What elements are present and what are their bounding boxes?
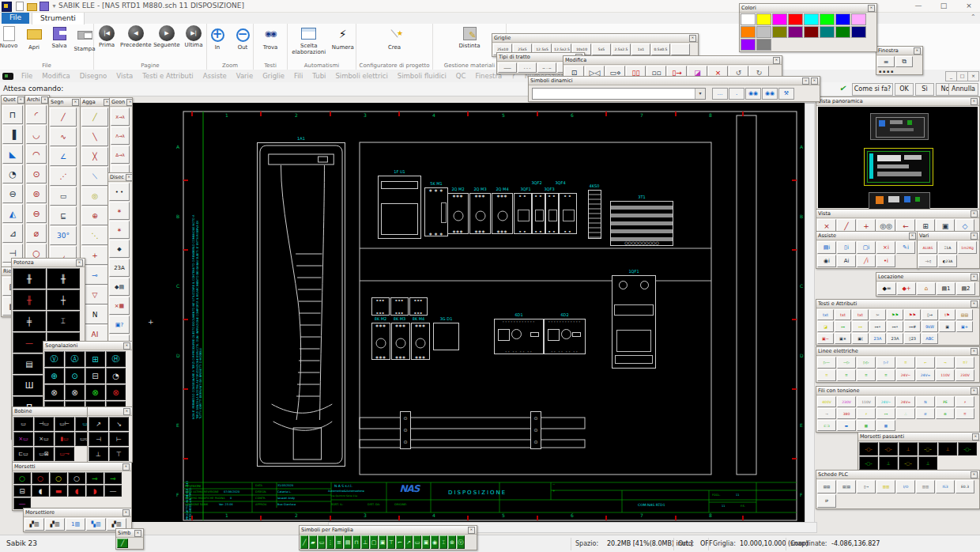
fili-con-tensione-symbol-button[interactable]: 24V~ xyxy=(876,396,895,407)
linee-elettriche-symbol-button[interactable]: —▷ xyxy=(837,357,856,369)
open-folder-quick-icon[interactable] xyxy=(27,3,37,11)
potenza-symbol-button[interactable]: ┼ xyxy=(47,289,80,310)
fili-con-tensione-symbol-button[interactable]: ⚡ xyxy=(857,408,876,419)
page-thumbnail[interactable] xyxy=(870,113,929,140)
palette-title[interactable]: Morsettiere✕ xyxy=(24,509,131,517)
color-swatch[interactable] xyxy=(835,13,850,25)
schede-plc-symbol-button[interactable]: IS3 xyxy=(936,480,955,493)
menu-simboli-elettrici[interactable]: Simboli elettrici xyxy=(335,72,387,80)
component-5k-m1[interactable]: ● ● ●● ● ● xyxy=(424,187,448,236)
color-swatch[interactable] xyxy=(756,39,771,51)
assiste-symbol-button[interactable]: ▢i xyxy=(857,241,876,254)
palette-title[interactable]: Geon✕ xyxy=(110,98,132,107)
famiglia-symbol-button[interactable]: ▤ xyxy=(344,535,352,549)
close-icon[interactable]: ✕ xyxy=(971,210,978,217)
fili-con-tensione-symbol-button[interactable]: 380 xyxy=(837,408,856,419)
component-starter[interactable]: ●●●●●● xyxy=(411,323,430,360)
morsetti-symbol-button[interactable]: ▬ xyxy=(50,485,67,497)
fili-con-tensione-symbol-button[interactable]: 400V xyxy=(817,396,836,407)
segnalazioni-symbol-button[interactable]: ⊗ xyxy=(65,384,85,400)
close-icon[interactable]: ✕ xyxy=(868,5,875,12)
drawing-canvas[interactable]: NAS 1122334455667788AABBCCDDEEFF1A11F U1… xyxy=(132,103,805,522)
close-icon[interactable]: ✕ xyxy=(468,527,475,534)
palette-title[interactable]: ✕ xyxy=(88,407,132,416)
palette-title[interactable]: Schede PLC✕ xyxy=(816,471,979,479)
close-icon[interactable]: ✕ xyxy=(126,174,132,181)
palette-title[interactable]: Potenza✕ xyxy=(12,259,85,267)
vari-symbol-button[interactable]: ⌶1A xyxy=(938,241,957,254)
current-page-thumbnail[interactable] xyxy=(864,148,933,186)
canvas-vertical-scrollbar[interactable] xyxy=(805,103,815,524)
archi-symbol-button[interactable]: ◠ xyxy=(26,145,47,164)
linee-elettriche-symbol-button[interactable]: ≡ xyxy=(837,369,856,381)
yes-button[interactable]: Sì xyxy=(915,83,934,96)
famiglia-symbol-button[interactable]: ╱ xyxy=(300,535,308,549)
close-icon[interactable]: ✕ xyxy=(122,509,130,516)
close-icon[interactable]: ✕ xyxy=(971,98,978,105)
palette-title[interactable]: Morsetti passanti✕ xyxy=(858,433,980,441)
geon-symbol-button[interactable]: Δ→λ xyxy=(111,146,130,164)
howto-button[interactable]: Come si fa? xyxy=(852,83,893,96)
palette-title[interactable]: Assiste✕ xyxy=(816,232,918,240)
disec-symbol-button[interactable]: ∗ xyxy=(109,221,130,239)
testi-attributi-symbol-button[interactable]: txt xyxy=(817,309,834,320)
disec-symbol-button[interactable]: • • xyxy=(109,183,130,201)
locazione-symbol-button[interactable]: ⌂ xyxy=(917,282,936,295)
palette-title[interactable]: Modifica✕ xyxy=(564,56,782,65)
component-6d1[interactable]: ∘∘∘∘∘∘∘∘∘∘∘∘∘∘ ∘∘ ∘∘ ∘∘ xyxy=(494,319,544,354)
close-icon[interactable]: ✕ xyxy=(126,99,132,106)
segnalazioni-symbol-button[interactable]: Ⓗ xyxy=(106,351,126,367)
close-icon[interactable]: ✕ xyxy=(122,463,130,471)
window-arrange-button[interactable]: ≡ xyxy=(877,56,895,67)
component-3qf4[interactable]: ▪ ▪▪ ▪ xyxy=(559,193,577,234)
tratti-symbol-button[interactable]: ─── xyxy=(498,62,517,73)
color-swatch[interactable] xyxy=(756,26,771,38)
disec-symbol-button[interactable]: ◆ xyxy=(109,240,130,258)
color-swatch[interactable] xyxy=(741,13,756,25)
morsetti-passanti-symbol-button[interactable]: -○- xyxy=(859,456,878,470)
morsetti-passanti-symbol-button[interactable]: -○- xyxy=(879,442,898,456)
testi-attributi-symbol-button[interactable]: ⊶# xyxy=(904,321,921,332)
locazione-symbol-button[interactable]: ◆+ xyxy=(897,282,916,295)
linee-elettriche-symbol-button[interactable]: ≡ xyxy=(857,369,876,381)
palette-title[interactable]: Vista panoramica ✕ xyxy=(816,97,979,106)
palette-title[interactable]: Segn✕ xyxy=(49,98,81,107)
component-3qf2[interactable]: ▪ ▪▪ ▪ xyxy=(532,193,545,234)
famiglia-symbol-button[interactable]: ↗ xyxy=(405,535,413,549)
schede-plc-symbol-button[interactable]: ▥▥ xyxy=(916,480,935,493)
component-2q-m2[interactable]: ●●●●●● xyxy=(447,193,469,234)
ribbon-button-salva[interactable]: Salva xyxy=(47,24,72,50)
linee-elettriche-symbol-button[interactable]: ≡? xyxy=(956,357,974,369)
symbol-tool-button-0[interactable]: … xyxy=(712,88,728,100)
palette-title[interactable]: Morsetti✕ xyxy=(13,463,131,471)
close-icon[interactable]: ✕ xyxy=(773,57,780,64)
bobine-symbol-button[interactable]: ⊣▭ xyxy=(34,417,54,431)
component-1a1[interactable] xyxy=(257,142,345,467)
famiglia-symbol-button[interactable]: ⊓ xyxy=(352,535,360,549)
famiglia-symbol-button[interactable]: ▣ xyxy=(379,535,386,549)
assiste-symbol-button[interactable]: ✎i xyxy=(896,241,915,254)
ribbon-button-seguente[interactable]: ▶Seguente xyxy=(153,24,181,49)
disec-symbol-button[interactable]: 23A xyxy=(109,259,130,277)
morsettiere-symbol-button[interactable]: 1▥ xyxy=(66,518,85,531)
morsetti-symbol-button[interactable]: ◗ xyxy=(86,485,104,497)
morsetti-passanti-symbol-button[interactable]: -◌- xyxy=(918,442,937,456)
famiglia-symbol-button[interactable]: ⊗ xyxy=(448,535,456,549)
segnalazioni-symbol-button[interactable]: ⊗ xyxy=(106,384,126,400)
agga-symbol-button[interactable]: ⊕ xyxy=(81,206,108,225)
segnalazioni-symbol-button[interactable]: ⊗ xyxy=(85,384,105,400)
morsettiere-symbol-button[interactable]: ▞▥ xyxy=(45,518,65,531)
close-icon[interactable]: ✕ xyxy=(689,35,696,42)
geon-symbol-button[interactable]: Λ→λ xyxy=(111,127,130,145)
close-icon[interactable]: ✕ xyxy=(971,274,978,281)
fili-con-tensione-symbol-button[interactable]: ⚡ xyxy=(956,396,974,407)
griglie-symbol-button[interactable]: 1x1 xyxy=(631,43,650,55)
disec-symbol-button[interactable]: ×▦ xyxy=(109,297,130,315)
component-post[interactable]: ⊙⊙⊙ xyxy=(530,411,541,449)
fili-con-tensione-symbol-button[interactable]: ▦ xyxy=(876,420,895,431)
famiglia-symbol-button[interactable]: ▭ xyxy=(318,535,326,549)
ribbon-button-prima[interactable]: |◀Prima xyxy=(94,24,119,49)
famiglia-symbol-button[interactable]: ▢ xyxy=(370,535,378,549)
assiste-symbol-button[interactable]: ×i xyxy=(876,241,895,254)
overview-viewport[interactable] xyxy=(818,107,978,208)
